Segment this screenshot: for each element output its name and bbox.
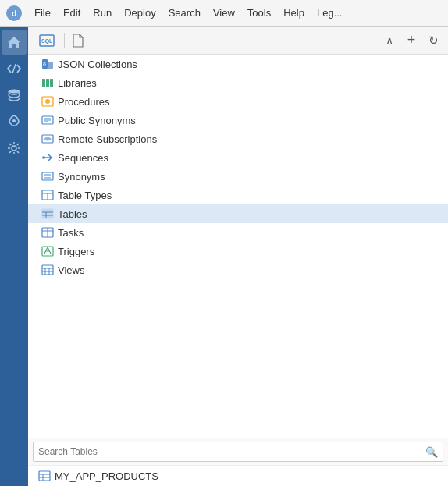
remote-subscriptions-icon (41, 133, 55, 145)
tree-item-table-types[interactable]: Table Types (28, 186, 448, 204)
results-list: MY_APP_PRODUCTS (28, 465, 448, 486)
views-label: Views (58, 264, 84, 276)
svg-rect-29 (42, 209, 53, 218)
svg-point-6 (12, 146, 16, 151)
tree-item-tasks[interactable]: Tasks (28, 223, 448, 242)
svg-marker-2 (8, 37, 20, 48)
svg-text:d: d (12, 9, 17, 18)
sidebar-icon-code[interactable] (2, 56, 27, 81)
json-collections-icon: {} (41, 58, 55, 70)
procedures-icon (41, 95, 55, 108)
json-collections-label: JSON Collections (58, 59, 137, 70)
sidebar-icon-home[interactable] (2, 30, 27, 55)
tree-item-remote-subscriptions[interactable]: Remote Subscriptions (28, 129, 448, 148)
table-types-icon (41, 189, 55, 201)
synonyms-label: Synonyms (58, 171, 105, 183)
menu-search[interactable]: Search (162, 4, 207, 22)
svg-text:SQL: SQL (41, 38, 53, 44)
menu-file[interactable]: File (28, 4, 57, 22)
toolbar-separator-1 (64, 33, 65, 48)
tree-item-libraries[interactable]: Libraries (28, 73, 448, 92)
sidebar-icon-rocket[interactable] (2, 109, 27, 134)
svg-point-22 (42, 156, 45, 159)
menu-edit[interactable]: Edit (57, 4, 87, 22)
svg-point-5 (12, 119, 16, 122)
tree-item-triggers[interactable]: Triggers (28, 242, 448, 261)
menu-deploy[interactable]: Deploy (118, 4, 162, 22)
tree-item-tables[interactable]: Tables (28, 204, 448, 223)
remote-subscriptions-label: Remote Subscriptions (58, 133, 157, 145)
tasks-label: Tasks (58, 227, 84, 239)
svg-point-4 (9, 90, 20, 94)
file-icon-button[interactable] (68, 30, 88, 51)
sequences-icon (41, 151, 55, 164)
menu-bar: d File Edit Run Deploy Search View Tools… (0, 0, 448, 27)
svg-rect-13 (46, 79, 49, 87)
svg-rect-12 (42, 79, 45, 87)
result-item-my-app-products[interactable]: MY_APP_PRODUCTS (28, 466, 448, 486)
refresh-button[interactable]: ↻ (423, 30, 443, 51)
collapse-button[interactable]: ∧ (379, 30, 400, 51)
search-area: 🔍 (28, 438, 448, 465)
libraries-icon (41, 76, 55, 89)
svg-line-3 (12, 64, 16, 73)
tables-icon (41, 208, 55, 220)
main-layout: SQL ∧ + ↻ (0, 27, 448, 486)
tables-label: Tables (58, 208, 87, 220)
views-icon (41, 264, 55, 276)
content-area: SQL ∧ + ↻ (28, 27, 448, 486)
tree-panel: {} JSON Collections Libraries (28, 55, 448, 438)
libraries-label: Libraries (58, 77, 97, 89)
app-icon: d (3, 2, 25, 24)
tasks-icon (41, 226, 55, 239)
tree-item-procedures[interactable]: Procedures (28, 92, 448, 111)
result-table-icon (37, 470, 52, 482)
tree-item-json-collections[interactable]: {} JSON Collections (28, 55, 448, 73)
menu-view[interactable]: View (207, 4, 241, 22)
tree-item-views[interactable]: Views (28, 261, 448, 279)
menu-leg[interactable]: Leg... (311, 4, 349, 22)
public-synonyms-label: Public Synonyms (58, 115, 136, 126)
svg-rect-38 (42, 265, 53, 275)
menu-tools[interactable]: Tools (241, 4, 277, 22)
tree-item-public-synonyms[interactable]: Public Synonyms (28, 111, 448, 129)
table-types-label: Table Types (58, 190, 112, 201)
sql-button[interactable]: SQL (33, 30, 61, 51)
svg-rect-23 (42, 172, 53, 180)
toolbar-right: ∧ + ↻ (379, 30, 443, 51)
search-box: 🔍 (33, 442, 443, 462)
tree-item-sequences[interactable]: Sequences (28, 148, 448, 167)
search-input[interactable] (38, 446, 425, 457)
sidebar-icon-gear[interactable] (2, 136, 27, 161)
menu-run[interactable]: Run (87, 4, 118, 22)
add-button[interactable]: + (401, 30, 421, 51)
svg-rect-14 (50, 79, 53, 87)
tree-item-synonyms[interactable]: Synonyms (28, 167, 448, 186)
toolbar: SQL ∧ + ↻ (28, 27, 448, 55)
svg-point-16 (45, 99, 50, 104)
panel-wrapper: {} JSON Collections Libraries (28, 55, 448, 486)
triggers-icon (41, 245, 55, 257)
sidebar-icon-database[interactable] (2, 83, 27, 108)
search-icon: 🔍 (425, 446, 438, 458)
sidebar-icons (0, 27, 28, 486)
svg-rect-10 (48, 62, 53, 69)
svg-rect-43 (39, 471, 50, 481)
svg-text:{}: {} (43, 62, 46, 66)
public-synonyms-icon (41, 114, 55, 126)
menu-help[interactable]: Help (277, 4, 311, 22)
result-item-label: MY_APP_PRODUCTS (55, 470, 158, 482)
triggers-label: Triggers (58, 246, 94, 257)
synonyms-icon (41, 170, 55, 183)
procedures-label: Procedures (58, 96, 109, 108)
sequences-label: Sequences (58, 152, 108, 164)
